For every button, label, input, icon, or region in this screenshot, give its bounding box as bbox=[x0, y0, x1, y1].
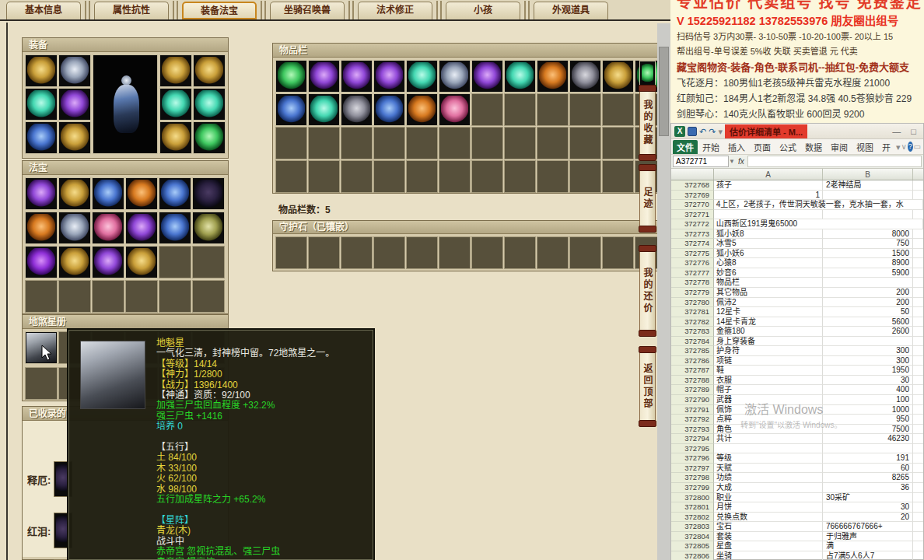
cell-c[interactable] bbox=[913, 464, 923, 474]
cell-c[interactable] bbox=[913, 366, 923, 376]
tab-基本信息[interactable]: 基本信息 bbox=[6, 2, 81, 19]
cell-c[interactable] bbox=[913, 327, 923, 337]
tab-坐骑召唤兽[interactable]: 坐骑召唤兽 bbox=[270, 2, 345, 19]
row-header[interactable]: 372772 bbox=[671, 219, 714, 229]
orb-dark-icon[interactable] bbox=[192, 177, 225, 210]
row-header[interactable]: 372797 bbox=[671, 464, 714, 474]
tablet-blue-icon[interactable] bbox=[275, 93, 307, 126]
empty-slot[interactable] bbox=[406, 160, 438, 193]
scrollbar-thumb[interactable] bbox=[659, 47, 669, 136]
cell-c[interactable] bbox=[913, 337, 923, 347]
cell-c[interactable] bbox=[913, 180, 923, 191]
cell-b[interactable] bbox=[823, 337, 913, 347]
save-icon[interactable] bbox=[688, 127, 697, 136]
empty-slot[interactable] bbox=[275, 127, 307, 159]
empty-slot[interactable] bbox=[504, 127, 536, 159]
cell-a[interactable]: 兑换点数 bbox=[714, 513, 823, 523]
jade-olive-icon[interactable] bbox=[192, 212, 225, 244]
rosary-teal-icon[interactable] bbox=[308, 93, 340, 126]
empty-slot[interactable] bbox=[58, 280, 91, 313]
cell-a[interactable]: 其它物品 bbox=[714, 288, 823, 298]
cell-c[interactable] bbox=[913, 356, 923, 366]
cell-c[interactable] bbox=[913, 317, 923, 327]
cell-a[interactable]: 物品栏 bbox=[714, 278, 823, 288]
row-header[interactable]: 372770 bbox=[671, 200, 714, 210]
cell-a[interactable]: 佩沛2 bbox=[714, 298, 823, 308]
cell-a[interactable]: 狐小妖8 bbox=[714, 229, 823, 240]
restore-button[interactable]: □ bbox=[907, 127, 920, 136]
relic-gold-icon[interactable] bbox=[159, 54, 192, 87]
cell-c[interactable] bbox=[913, 473, 923, 483]
empty-slot[interactable] bbox=[439, 160, 471, 193]
cell-a[interactable]: 帽子 bbox=[714, 385, 823, 395]
bracelet-silver-icon[interactable] bbox=[439, 60, 471, 93]
column-header-a[interactable]: A bbox=[714, 169, 823, 180]
ribbon-tab-视图[interactable]: 视图 bbox=[852, 140, 877, 154]
board-purple-icon[interactable] bbox=[92, 246, 124, 278]
cell-b[interactable] bbox=[823, 444, 913, 454]
cell-c[interactable] bbox=[913, 405, 923, 415]
row-header[interactable]: 372791 bbox=[671, 405, 714, 415]
cell-a[interactable]: 孩子 bbox=[714, 180, 823, 191]
medal-gold-icon[interactable] bbox=[193, 54, 226, 87]
empty-slot[interactable] bbox=[25, 367, 58, 400]
cell-b[interactable]: 2600 bbox=[823, 327, 913, 337]
minimize-button[interactable]: — bbox=[888, 127, 905, 136]
cell-a[interactable]: 宝石 bbox=[714, 522, 823, 532]
cell-b[interactable]: 1500 bbox=[823, 249, 913, 259]
cell-a[interactable]: 大成 bbox=[714, 483, 823, 493]
ribbon-tab-开[interactable]: 开 bbox=[878, 140, 894, 154]
empty-slot[interactable] bbox=[341, 127, 373, 159]
orb-green-icon[interactable] bbox=[639, 61, 656, 87]
boots-gold-icon[interactable] bbox=[58, 121, 91, 154]
ribbon-tab-开始[interactable]: 开始 bbox=[698, 140, 723, 154]
ring-orange-icon[interactable] bbox=[406, 93, 438, 126]
empty-slot[interactable] bbox=[406, 236, 438, 269]
hook-violet-icon[interactable] bbox=[25, 246, 58, 278]
cell-b[interactable]: 于归雅声 bbox=[823, 532, 913, 542]
empty-slot[interactable] bbox=[308, 127, 340, 159]
row-header[interactable]: 372778 bbox=[671, 278, 714, 288]
row-header[interactable]: 372777 bbox=[671, 268, 714, 278]
cell-c[interactable] bbox=[913, 425, 923, 435]
cell-b[interactable]: 750 bbox=[823, 239, 913, 249]
empty-slot[interactable] bbox=[25, 280, 58, 313]
cell-a[interactable]: 狐小妖6 bbox=[714, 249, 823, 259]
row-header[interactable]: 372805 bbox=[671, 541, 714, 551]
empty-slot[interactable] bbox=[275, 236, 307, 269]
cell-a[interactable]: 星盘 bbox=[714, 541, 823, 551]
row-header[interactable]: 372774 bbox=[671, 239, 714, 249]
empty-slot[interactable] bbox=[569, 160, 601, 193]
empty-slot[interactable] bbox=[308, 236, 340, 269]
side-button-3[interactable]: 我的还价 bbox=[639, 247, 656, 334]
scroll-blue-icon[interactable] bbox=[159, 212, 191, 244]
column-header-c[interactable] bbox=[913, 169, 923, 180]
cell-c[interactable] bbox=[913, 532, 923, 542]
row-header[interactable]: 372780 bbox=[671, 298, 714, 308]
row-header[interactable]: 372771 bbox=[671, 210, 714, 220]
empty-slot[interactable] bbox=[537, 160, 569, 193]
row-header[interactable]: 372798 bbox=[671, 473, 714, 483]
cell-b[interactable]: 20 bbox=[823, 513, 913, 523]
empty-slot[interactable] bbox=[192, 246, 225, 278]
orb-green-icon[interactable] bbox=[193, 121, 226, 154]
cell-a[interactable]: 功绩 bbox=[714, 473, 823, 483]
book-blue-icon[interactable] bbox=[92, 177, 124, 210]
row-header[interactable]: 372783 bbox=[671, 327, 714, 337]
row-header[interactable]: 372775 bbox=[671, 249, 714, 259]
cell-c[interactable] bbox=[913, 278, 923, 288]
empty-slot[interactable] bbox=[439, 127, 471, 159]
cell-b[interactable] bbox=[823, 278, 913, 288]
empty-slot[interactable] bbox=[159, 280, 191, 313]
row-header[interactable]: 372794 bbox=[671, 434, 714, 444]
row-header[interactable]: 372803 bbox=[671, 522, 714, 532]
cell-b[interactable]: 占7满5人6人7 bbox=[823, 551, 913, 560]
cell-b[interactable]: 8265 bbox=[823, 473, 913, 483]
cell-c[interactable] bbox=[913, 513, 923, 523]
cell-b[interactable]: 8000 bbox=[823, 229, 913, 240]
cell-c[interactable] bbox=[913, 483, 923, 493]
gauntlet-blue-icon[interactable] bbox=[159, 177, 191, 210]
cell-b[interactable]: 30采矿 bbox=[823, 493, 913, 503]
empty-slot[interactable] bbox=[471, 160, 503, 193]
boots-gold-icon[interactable] bbox=[602, 60, 634, 93]
